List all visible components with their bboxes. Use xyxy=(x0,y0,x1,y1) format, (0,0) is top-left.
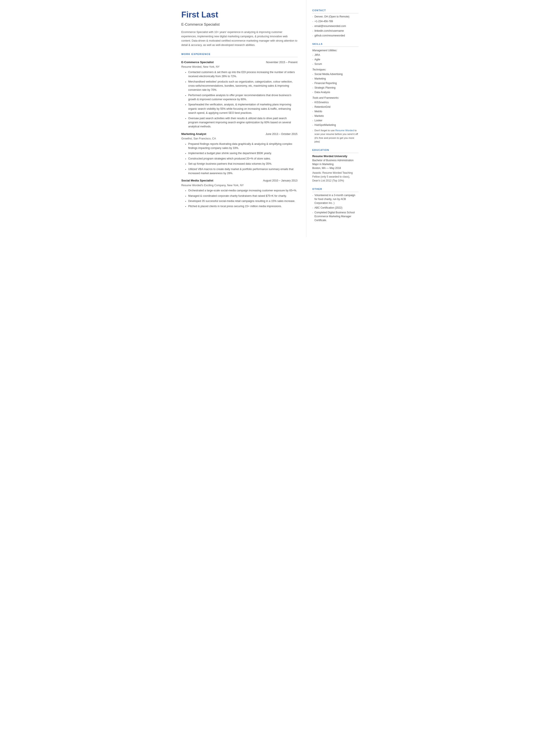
candidate-summary: Ecommerce Specialist with 10+ years' exp… xyxy=(182,30,297,47)
skill-item: JIRA xyxy=(312,53,358,57)
skill-item: Marketing xyxy=(312,77,358,81)
contact-linkedin: linkedin.com/in/username xyxy=(312,29,358,33)
contact-location: Denver, OH (Open to Remote) xyxy=(312,14,358,18)
contact-email: email@resumeworded.com xyxy=(312,24,358,28)
job-3-header: Social Media Specialist August 2010 – Ja… xyxy=(182,179,297,183)
candidate-title: E-Commerce Specialist xyxy=(182,22,297,27)
edu-major: Major in Marketing xyxy=(312,162,358,166)
list-item: Utilized VBA macros to create daily mark… xyxy=(185,167,297,176)
skill-item: Scrum xyxy=(312,62,358,66)
job-1-bullets: Contacted customers & set them up into t… xyxy=(185,70,297,129)
list-item: Orchestrated a large-scale social-media … xyxy=(185,188,297,193)
list-item: Managed & coordinated corporate charity … xyxy=(185,194,297,198)
edu-school: Resume Worded University xyxy=(312,154,358,158)
right-column: CONTACT Denver, OH (Open to Remote) +1-2… xyxy=(306,0,365,237)
other-item: Completed Digital Business School Ecomme… xyxy=(312,210,358,222)
skills-category-management: Management Utilities: xyxy=(312,48,358,52)
job-1-title: E-Commerce Specialist xyxy=(182,60,214,65)
edu-awards: Awards: Resume Worded Teaching Fellow (o… xyxy=(312,171,358,182)
work-experience-section: WORK EXPERIENCE E-Commerce Specialist No… xyxy=(182,52,297,209)
job-1-dates: November 2015 – Present xyxy=(266,60,297,65)
education-label: EDUCATION xyxy=(312,148,358,153)
skill-item: RetentionGrid xyxy=(312,105,358,109)
job-2-bullets: Prepared findings reports illustrating d… xyxy=(185,142,297,176)
skill-item: Metrilo xyxy=(312,109,358,113)
edu-location-date: Boston, MA — May 2018 xyxy=(312,166,358,170)
candidate-name: First Last xyxy=(182,9,297,21)
contact-section: CONTACT Denver, OH (Open to Remote) +1-2… xyxy=(312,9,358,38)
education-section: EDUCATION Resume Worded University Bache… xyxy=(312,148,358,182)
job-3-company: Resume Worded's Exciting Company, New Yo… xyxy=(182,183,297,187)
resume-worded-link[interactable]: Resume Worded xyxy=(335,129,354,132)
other-item: ABC Certification (2022) xyxy=(312,206,358,210)
skill-item: Looker xyxy=(312,119,358,123)
list-item: Set-up foreign business partners that in… xyxy=(185,162,297,166)
list-item: Performed competitive analysis to offer … xyxy=(185,93,297,102)
list-item: Developed 35 successful social-media ret… xyxy=(185,199,297,203)
skills-note: Don't forget to use Resume Worded to sca… xyxy=(312,129,358,144)
skill-item: KISSmetrics xyxy=(312,100,358,104)
edu-degree: Bachelor of Business Administration xyxy=(312,158,358,162)
job-3-dates: August 2010 – January 2013 xyxy=(263,179,297,183)
list-item: Constructed program strategies which pro… xyxy=(185,157,297,161)
skill-item: Strategic Planning xyxy=(312,86,358,90)
job-2-dates: June 2013 – October 2015 xyxy=(266,132,297,136)
skills-label: SKILLS xyxy=(312,42,358,47)
skills-section: SKILLS Management Utilities: JIRA Agile … xyxy=(312,42,358,144)
list-item: Pitched & placed clients in local press … xyxy=(185,204,297,209)
left-column: First Last E-Commerce Specialist Ecommer… xyxy=(171,0,306,237)
job-1-company: Resume Worded, New York, NY xyxy=(182,65,297,69)
skill-item: Marketo xyxy=(312,114,358,118)
other-label: OTHER xyxy=(312,187,358,192)
list-item: Spearheaded the verification, analysis, … xyxy=(185,102,297,115)
contact-phone: +1-234-456-789 xyxy=(312,19,358,23)
job-1-header: E-Commerce Specialist November 2015 – Pr… xyxy=(182,60,297,65)
skill-item: HubSpotMarketing xyxy=(312,123,358,127)
contact-label: CONTACT xyxy=(312,9,358,14)
job-2-title: Marketing Analyst xyxy=(182,132,207,136)
list-item: Contacted customers & set them up into t… xyxy=(185,70,297,79)
list-item: Implemented a budget plan shrink saving … xyxy=(185,151,297,155)
skill-item: Financial Reporting xyxy=(312,81,358,85)
contact-github: github.com/resumeworded xyxy=(312,34,358,38)
job-2-header: Marketing Analyst June 2013 – October 20… xyxy=(182,132,297,136)
skills-category-techniques: Techniques: xyxy=(312,68,358,71)
job-2-company: Growthsi, San Francisco, CA xyxy=(182,137,297,141)
list-item: Oversaw paid search activities with thei… xyxy=(185,116,297,129)
skill-item: Data Analysis xyxy=(312,90,358,94)
skill-item: Agile xyxy=(312,58,358,61)
work-experience-label: WORK EXPERIENCE xyxy=(182,52,297,57)
resume-page: First Last E-Commerce Specialist Ecommer… xyxy=(171,0,365,237)
other-section: OTHER Volunteered in a 3-month campaign … xyxy=(312,187,358,222)
other-item: Volunteered in a 3-month campaign for fo… xyxy=(312,193,358,205)
job-3-title: Social Media Specialist xyxy=(182,179,213,183)
job-3-bullets: Orchestrated a large-scale social-media … xyxy=(185,188,297,209)
skills-category-tools: Tools and Frameworks: xyxy=(312,96,358,100)
list-item: Merchandised websites' products such as … xyxy=(185,80,297,92)
list-item: Prepared findings reports illustrating d… xyxy=(185,142,297,151)
skill-item: Social Media Advertising xyxy=(312,72,358,76)
